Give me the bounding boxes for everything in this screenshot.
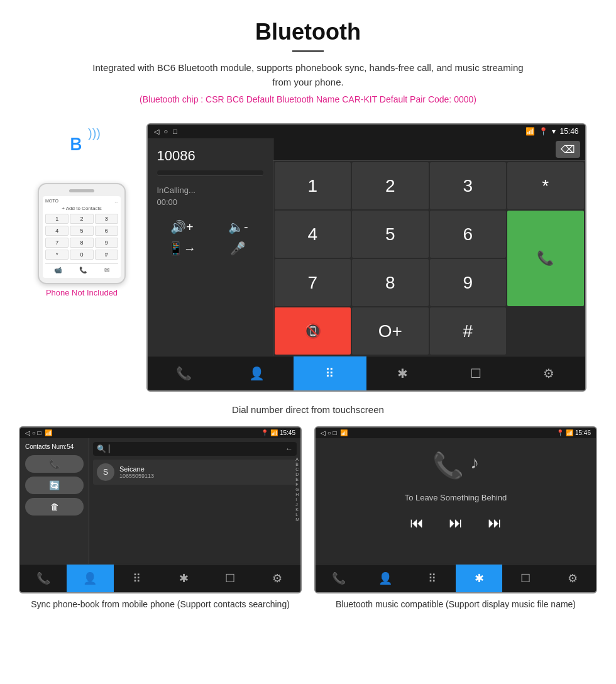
alpha-i[interactable]: I <box>295 497 299 502</box>
dialkey-star[interactable]: * <box>507 162 584 209</box>
phone-key-7[interactable]: 7 <box>45 238 69 248</box>
phone-side: ))) ʙ MOTO ... + Add to Contacts 1 2 3 4… <box>30 123 134 297</box>
back-arrow-icon[interactable]: ← <box>285 444 293 453</box>
home-icon[interactable]: ○ <box>164 128 168 135</box>
phone-transfer-icon[interactable]: 📱→ <box>157 241 207 256</box>
phone-screen-top: MOTO ... <box>45 199 118 203</box>
phone-key-0[interactable]: 0 <box>70 250 93 260</box>
call-red-button[interactable]: 📵 <box>275 307 351 355</box>
dialkey-hash[interactable]: # <box>430 307 507 355</box>
dialkey-4[interactable]: 4 <box>275 211 351 258</box>
dial-number-display: 10086 <box>157 148 263 164</box>
location-icon: 📍 <box>539 127 548 136</box>
next-track-button[interactable]: ⏭ <box>488 515 502 531</box>
contacts-nav-transfer[interactable]: ☐ <box>207 565 253 592</box>
dialkey-7[interactable]: 7 <box>275 259 351 306</box>
contacts-screenshot-block: ◁ ○ □ 📶 📍 📶 15:45 Contacts Num:54 📞 🔄 🗑 … <box>19 426 302 611</box>
contacts-body: Contacts Num:54 📞 🔄 🗑 🔍 ← S Seicane <box>20 438 300 564</box>
music-nav-phone[interactable]: 📞 <box>316 565 362 592</box>
alpha-f[interactable]: F <box>295 482 299 487</box>
music-frame: ◁ ○ □ 📶 📍 📶 15:46 📞 ♪ To Leave Something… <box>314 426 597 593</box>
phone-key-4[interactable]: 4 <box>45 226 69 236</box>
back-icon[interactable]: ◁ <box>154 128 159 136</box>
phone-key-1[interactable]: 1 <box>45 214 69 224</box>
contacts-nav-phone[interactable]: 📞 <box>20 565 67 592</box>
contacts-nav-dialpad[interactable]: ⠿ <box>114 565 160 592</box>
dialkey-9[interactable]: 9 <box>430 259 507 306</box>
contacts-delete-btn[interactable]: 🗑 <box>25 498 84 516</box>
prev-track-button[interactable]: ⏮ <box>410 515 424 531</box>
dialkey-3[interactable]: 3 <box>430 162 507 209</box>
nav-transfer-button[interactable]: ☐ <box>439 356 512 390</box>
incalling-status: InCalling... <box>157 185 263 195</box>
microphone-icon[interactable]: 🎤 <box>213 241 263 256</box>
alpha-b[interactable]: B <box>295 462 299 466</box>
contacts-status-right: 📍 📶 15:45 <box>261 429 295 436</box>
contacts-nav-bt[interactable]: ✱ <box>160 565 207 592</box>
music-phone-icon: 📞 <box>432 451 464 480</box>
alpha-index: A B C D E F G H I J K L M <box>295 457 299 522</box>
alpha-e[interactable]: E <box>295 477 299 482</box>
contacts-refresh-btn[interactable]: 🔄 <box>25 477 84 494</box>
music-nav-transfer[interactable]: ☐ <box>502 565 549 592</box>
car-status-bar: ◁ ○ □ 📶 📍 ▾ 15:46 <box>148 124 585 138</box>
phone-msg-icon[interactable]: ✉ <box>104 267 109 273</box>
phone-key-6[interactable]: 6 <box>95 226 118 236</box>
music-nav-dialpad[interactable]: ⠿ <box>409 565 456 592</box>
music-status-left: ◁ ○ □ 📶 <box>321 429 348 436</box>
contacts-list-item[interactable]: S Seicane 10655059113 <box>93 460 297 485</box>
phone-key-2[interactable]: 2 <box>70 214 93 224</box>
alpha-m[interactable]: M <box>295 517 299 522</box>
phone-key-3[interactable]: 3 <box>95 214 118 224</box>
dialkey-8[interactable]: 8 <box>352 259 429 306</box>
music-nav-settings[interactable]: ⚙ <box>549 565 596 592</box>
nav-settings-button[interactable]: ⚙ <box>512 356 585 390</box>
phone-speaker <box>69 189 94 192</box>
contacts-num: Contacts Num:54 <box>25 443 84 450</box>
music-nav-bar: 📞 👤 ⠿ ✱ ☐ ⚙ <box>316 564 596 592</box>
dialkey-1[interactable]: 1 <box>275 162 351 209</box>
alpha-d[interactable]: D <box>295 472 299 477</box>
contacts-call-btn[interactable]: 📞 <box>25 455 84 473</box>
alpha-l[interactable]: L <box>295 512 299 517</box>
music-nav-contacts[interactable]: 👤 <box>362 565 409 592</box>
contacts-nav-contacts[interactable]: 👤 <box>67 565 113 592</box>
phone-key-hash[interactable]: # <box>95 250 118 260</box>
nav-dialpad-button[interactable]: ⠿ <box>294 356 366 390</box>
sim-icon: 📶 <box>525 127 535 136</box>
contacts-nav-settings[interactable]: ⚙ <box>254 565 300 592</box>
backspace-button[interactable]: ⌫ <box>556 141 580 158</box>
dialkey-0+[interactable]: O+ <box>352 307 429 355</box>
phone-key-8[interactable]: 8 <box>70 238 93 248</box>
contacts-search-row: 🔍 ← <box>93 442 297 456</box>
call-green-button[interactable]: 📞 <box>507 211 584 306</box>
volume-up-icon[interactable]: 🔊+ <box>157 219 207 234</box>
play-pause-button[interactable]: ⏭ <box>449 515 463 531</box>
music-nav-bt[interactable]: ✱ <box>456 565 502 592</box>
phone-mockup: MOTO ... + Add to Contacts 1 2 3 4 5 6 7… <box>38 183 126 284</box>
alpha-c[interactable]: C <box>295 467 299 472</box>
alpha-a[interactable]: A <box>295 457 299 461</box>
music-icon-area: 📞 ♪ <box>432 451 479 480</box>
phone-key-star[interactable]: * <box>45 250 69 260</box>
nav-contacts-button[interactable]: 👤 <box>221 356 294 390</box>
nav-bluetooth-button[interactable]: ✱ <box>366 356 439 390</box>
dialkey-6[interactable]: 6 <box>430 211 507 258</box>
volume-down-icon[interactable]: 🔈- <box>213 219 263 234</box>
phone-call-icon[interactable]: 📞 <box>79 267 87 273</box>
bluetooth-icon: ʙ <box>69 130 82 156</box>
bottom-screenshots: ◁ ○ □ 📶 📍 📶 15:45 Contacts Num:54 📞 🔄 🗑 … <box>0 426 616 624</box>
alpha-h[interactable]: H <box>295 492 299 497</box>
alpha-g[interactable]: G <box>295 487 299 492</box>
alpha-k[interactable]: K <box>295 507 299 512</box>
phone-carrier: MOTO <box>45 199 58 203</box>
recent-icon[interactable]: □ <box>173 128 177 135</box>
dialkey-2[interactable]: 2 <box>352 162 429 209</box>
phone-key-5[interactable]: 5 <box>70 226 93 236</box>
contact-name: Seicane <box>119 465 154 473</box>
phone-key-9[interactable]: 9 <box>95 238 118 248</box>
alpha-j[interactable]: J <box>295 502 299 507</box>
phone-video-icon[interactable]: 📹 <box>54 267 62 273</box>
dialkey-5[interactable]: 5 <box>352 211 429 258</box>
nav-phone-button[interactable]: 📞 <box>148 356 221 390</box>
